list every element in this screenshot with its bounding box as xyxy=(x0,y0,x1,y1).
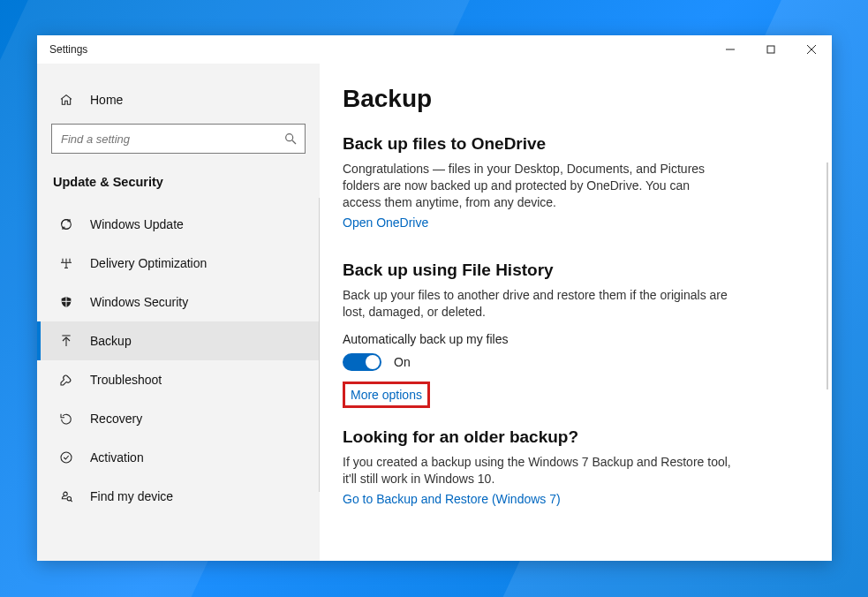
check-circle-icon xyxy=(58,450,74,465)
home-icon xyxy=(58,92,74,108)
nav-label: Troubleshoot xyxy=(90,373,162,387)
sync-icon xyxy=(58,216,74,232)
search-wrap xyxy=(37,120,320,166)
svg-point-4 xyxy=(286,134,293,141)
nav-list: Windows Update Delivery Optimization Win… xyxy=(37,196,320,561)
svg-line-5 xyxy=(292,140,296,144)
home-label: Home xyxy=(90,93,123,107)
file-history-body: Back up your files to another drive and … xyxy=(343,287,731,321)
close-button[interactable] xyxy=(791,35,832,64)
svg-line-13 xyxy=(71,500,72,502)
sidebar-home[interactable]: Home xyxy=(37,79,320,120)
svg-rect-7 xyxy=(62,301,72,302)
older-backup-heading: Looking for an older backup? xyxy=(343,427,807,447)
page-title: Backup xyxy=(343,85,807,113)
sidebar: Home Update & Security Windows Update xyxy=(37,64,320,561)
maximize-button[interactable] xyxy=(751,35,791,64)
delivery-icon xyxy=(58,255,74,271)
search-box[interactable] xyxy=(51,124,306,154)
svg-point-10 xyxy=(61,452,72,463)
onedrive-body: Congratulations — files in your Desktop,… xyxy=(343,161,731,211)
auto-backup-label: Automatically back up my files xyxy=(343,332,807,346)
sidebar-item-windows-security[interactable]: Windows Security xyxy=(37,283,320,321)
content: Home Update & Security Windows Update xyxy=(37,64,832,561)
sidebar-item-find-my-device[interactable]: Find my device xyxy=(37,477,320,516)
titlebar: Settings xyxy=(37,35,832,64)
nav-label: Delivery Optimization xyxy=(90,256,207,270)
sidebar-item-delivery-optimization[interactable]: Delivery Optimization xyxy=(37,244,320,283)
scrollbar[interactable] xyxy=(826,162,828,389)
sidebar-item-backup[interactable]: Backup xyxy=(37,321,320,360)
sidebar-item-activation[interactable]: Activation xyxy=(37,438,320,477)
svg-point-11 xyxy=(64,492,67,495)
window-title: Settings xyxy=(49,43,87,56)
sidebar-item-recovery[interactable]: Recovery xyxy=(37,399,320,438)
nav-label: Backup xyxy=(90,334,132,348)
main-panel: Backup Back up files to OneDrive Congrat… xyxy=(320,64,832,561)
auto-backup-state: On xyxy=(394,355,411,369)
nav-label: Activation xyxy=(90,450,144,465)
nav-label: Find my device xyxy=(90,489,173,503)
auto-backup-toggle[interactable] xyxy=(343,353,381,371)
minimize-button[interactable] xyxy=(710,35,751,64)
nav-label: Windows Update xyxy=(90,217,184,231)
search-icon xyxy=(283,132,298,146)
sidebar-item-windows-update[interactable]: Windows Update xyxy=(37,205,320,244)
open-onedrive-link[interactable]: Open OneDrive xyxy=(343,215,428,230)
auto-backup-row: On xyxy=(343,353,807,371)
window-buttons xyxy=(710,35,832,64)
search-input[interactable] xyxy=(61,132,283,146)
svg-rect-6 xyxy=(65,297,66,307)
backup-arrow-icon xyxy=(58,333,74,349)
section-label: Update & Security xyxy=(37,166,320,196)
svg-rect-1 xyxy=(767,46,774,53)
sidebar-item-troubleshoot[interactable]: Troubleshoot xyxy=(37,360,320,399)
more-options-highlight: More options xyxy=(343,382,430,408)
older-backup-body: If you created a backup using the Window… xyxy=(343,454,731,487)
recovery-icon xyxy=(58,411,74,427)
wrench-icon xyxy=(58,372,74,388)
onedrive-heading: Back up files to OneDrive xyxy=(343,134,807,154)
find-device-icon xyxy=(58,488,74,504)
file-history-heading: Back up using File History xyxy=(343,261,807,280)
settings-window: Settings Home xyxy=(37,35,832,561)
more-options-link[interactable]: More options xyxy=(351,388,422,402)
backup-restore-link[interactable]: Go to Backup and Restore (Windows 7) xyxy=(343,492,561,506)
nav-label: Recovery xyxy=(90,412,142,426)
shield-icon xyxy=(58,294,74,310)
nav-label: Windows Security xyxy=(90,295,188,309)
